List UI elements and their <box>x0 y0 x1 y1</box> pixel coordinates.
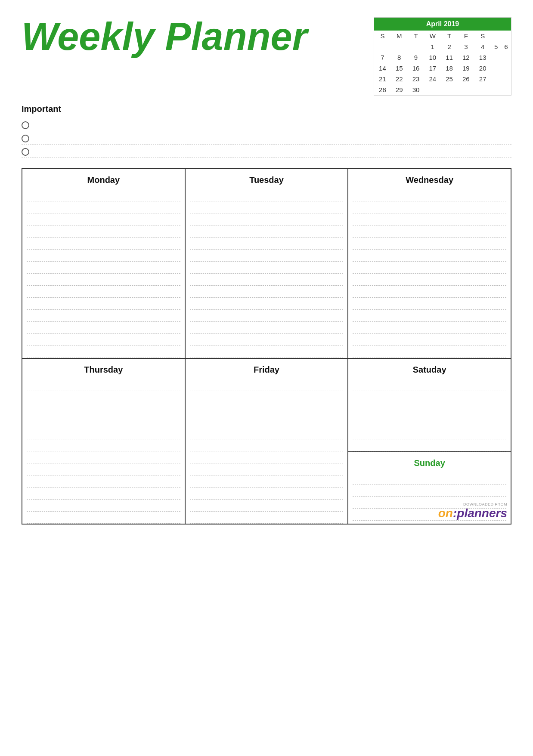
cal-day-cell: 17 <box>424 63 441 74</box>
day-line <box>190 488 344 500</box>
cal-day-cell: 16 <box>408 63 425 74</box>
day-lines <box>22 189 185 358</box>
day-cell-saturday-sunday: SatudaySundayDOWNLOADED FROMon:planners <box>348 359 511 524</box>
day-line <box>353 334 506 346</box>
day-line <box>27 286 180 298</box>
day-line <box>353 225 506 238</box>
day-lines <box>186 189 348 358</box>
day-line <box>190 427 344 439</box>
sunday-part: SundayDOWNLOADED FROMon:planners <box>348 452 511 524</box>
cal-day-cell: 24 <box>424 74 441 84</box>
day-header: Tuesday <box>186 169 348 189</box>
cal-day-cell: 11 <box>441 52 458 63</box>
day-line <box>190 189 344 201</box>
day-line <box>353 379 506 391</box>
day-line <box>353 286 506 298</box>
day-header-sunday: Sunday <box>348 452 511 472</box>
cal-day-cell: 6 <box>501 41 511 52</box>
day-line <box>27 262 180 274</box>
important-label: Important <box>22 104 511 116</box>
bottom-day-grid: ThursdayFridaySatudaySundayDOWNLOADED FR… <box>22 359 511 525</box>
day-line <box>353 310 506 322</box>
day-header: Wednesday <box>348 169 511 189</box>
checkbox-circle-icon <box>22 121 29 129</box>
day-line <box>190 463 344 475</box>
day-line <box>190 322 344 334</box>
cal-day-cell: 8 <box>391 52 408 63</box>
cal-day-cell: 27 <box>474 74 491 84</box>
day-line <box>353 238 506 250</box>
day-line <box>27 475 180 488</box>
day-lines <box>348 379 511 451</box>
day-line <box>27 451 180 463</box>
cal-day-cell <box>474 84 491 95</box>
cal-day-cell: 2 <box>441 41 458 52</box>
day-line <box>190 403 344 415</box>
cal-day-cell: 25 <box>441 74 458 84</box>
cal-day-cell: 9 <box>408 52 425 63</box>
cal-day-header: T <box>408 31 425 41</box>
day-line <box>190 201 344 213</box>
day-line <box>190 225 344 238</box>
watermark: DOWNLOADED FROMon:planners <box>438 502 507 520</box>
day-line <box>190 439 344 451</box>
day-line <box>27 201 180 213</box>
day-line <box>353 346 506 358</box>
day-line <box>353 439 506 451</box>
cal-day-cell: 18 <box>441 63 458 74</box>
page-header: Weekly Planner April 2019 SMTWTFS 123456… <box>22 17 511 96</box>
cal-day-cell: 5 <box>491 41 501 52</box>
cal-day-cell: 20 <box>474 63 491 74</box>
calendar-table: SMTWTFS 12345678910111213141516171819202… <box>374 31 511 95</box>
day-header: Monday <box>22 169 185 189</box>
day-line <box>27 213 180 225</box>
day-line <box>190 346 344 358</box>
day-line <box>353 250 506 262</box>
day-line <box>190 262 344 274</box>
cal-day-header: F <box>458 31 474 41</box>
important-item <box>22 146 511 158</box>
day-line <box>27 322 180 334</box>
cal-day-cell <box>408 41 425 52</box>
day-line <box>190 274 344 286</box>
day-line <box>27 225 180 238</box>
day-header: Friday <box>186 359 348 379</box>
cal-day-header: T <box>441 31 458 41</box>
cal-day-cell: 29 <box>391 84 408 95</box>
watermark-on: on <box>438 506 453 520</box>
important-section: Important <box>22 104 511 158</box>
cal-day-cell: 14 <box>374 63 391 74</box>
day-cell: Wednesday <box>348 169 511 359</box>
cal-day-cell: 4 <box>474 41 491 52</box>
checkbox-circle-icon <box>22 135 29 142</box>
day-line <box>353 472 506 484</box>
day-line <box>353 415 506 427</box>
day-line <box>353 201 506 213</box>
watermark-downloaded-text: DOWNLOADED FROM <box>463 502 507 506</box>
day-line <box>190 310 344 322</box>
day-line <box>27 500 180 512</box>
day-line <box>190 379 344 391</box>
day-line <box>27 250 180 262</box>
cal-day-cell: 21 <box>374 74 391 84</box>
checkbox-circle-icon <box>22 148 29 156</box>
cal-day-header: W <box>424 31 441 41</box>
day-cell: Monday <box>22 169 186 359</box>
day-line <box>353 213 506 225</box>
day-lines <box>22 379 185 524</box>
day-line <box>190 391 344 403</box>
day-line <box>190 213 344 225</box>
day-line <box>190 238 344 250</box>
day-line <box>190 475 344 488</box>
important-item <box>22 133 511 145</box>
day-line <box>190 298 344 310</box>
day-line <box>27 298 180 310</box>
day-line <box>353 274 506 286</box>
watermark-planners: planners <box>457 506 507 520</box>
day-line <box>27 512 180 524</box>
day-line <box>27 415 180 427</box>
cal-day-cell: 7 <box>374 52 391 63</box>
day-line <box>27 391 180 403</box>
calendar-header: April 2019 <box>374 18 511 31</box>
day-line <box>27 488 180 500</box>
